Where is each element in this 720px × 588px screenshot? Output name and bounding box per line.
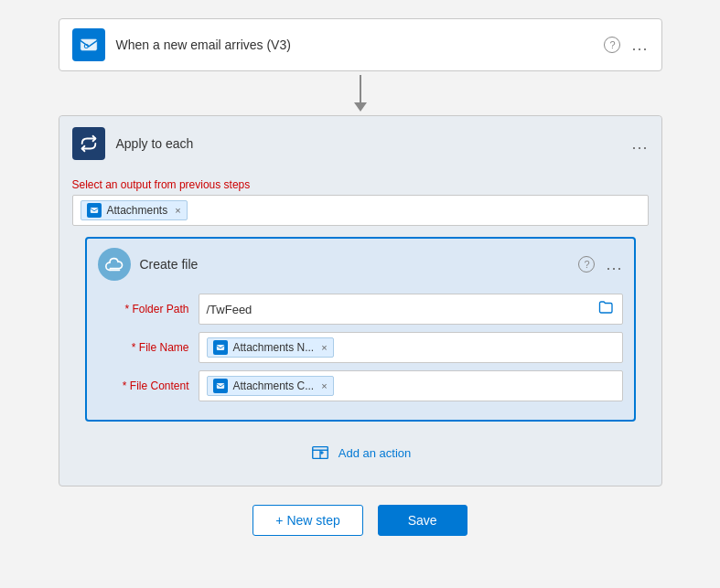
add-action-section: Add an action [72, 425, 649, 471]
folder-path-input[interactable]: /TwFeed [199, 294, 623, 325]
file-name-token-label: Attachments N... [233, 341, 315, 354]
save-button[interactable]: Save [378, 505, 467, 536]
loop-title: Apply to each [116, 136, 632, 151]
add-action-label: Add an action [339, 446, 412, 460]
onedrive-icon [98, 248, 131, 281]
svg-rect-5 [216, 383, 223, 389]
trigger-actions: ? ... [604, 37, 648, 53]
new-step-button[interactable]: + New step [253, 505, 362, 536]
file-name-row: File Name Attachments N... [98, 332, 623, 363]
action-more-button[interactable]: ... [606, 256, 622, 273]
loop-card: Apply to each ... Select an output from … [59, 115, 662, 486]
add-action-icon [309, 442, 331, 464]
arrow-line [360, 75, 361, 102]
attachments-token: Attachments × [81, 200, 188, 220]
action-card-actions: ? ... [578, 256, 622, 273]
attachments-token-close[interactable]: × [175, 205, 180, 216]
file-content-token-icon [213, 379, 228, 393]
file-content-label: File Content [98, 380, 189, 392]
svg-rect-3 [90, 208, 97, 213]
folder-path-label: Folder Path [98, 303, 189, 315]
attachments-token-label: Attachments [107, 204, 168, 217]
action-title: Create file [140, 257, 579, 272]
file-content-token-label: Attachments C... [233, 380, 315, 392]
file-content-token-close[interactable]: × [321, 380, 327, 391]
action-help-icon[interactable]: ? [578, 256, 595, 273]
file-name-token: Attachments N... × [207, 337, 334, 358]
bottom-actions: + New step Save [253, 505, 467, 536]
action-body: Folder Path /TwFeed [87, 290, 634, 420]
trigger-more-button[interactable]: ... [631, 37, 648, 53]
loop-header: Apply to each ... [59, 116, 661, 171]
add-action-button[interactable]: Add an action [309, 442, 412, 464]
arrow-head [354, 102, 367, 112]
folder-path-row: Folder Path /TwFeed [98, 294, 623, 325]
file-name-input[interactable]: Attachments N... × [199, 332, 623, 363]
folder-browse-button[interactable] [598, 299, 615, 319]
file-content-row: File Content Attachments C... [98, 370, 623, 401]
svg-text:O: O [83, 42, 89, 50]
trigger-title: When a new email arrives (V3) [116, 37, 605, 52]
file-content-token: Attachments C... × [207, 376, 334, 396]
outlook-token-icon [87, 203, 102, 218]
select-output-input[interactable]: Attachments × [72, 195, 649, 226]
flow-container: O When a new email arrives (V3) ? ... [37, 18, 683, 536]
trigger-card: O When a new email arrives (V3) ? ... [59, 18, 662, 71]
svg-rect-4 [216, 345, 223, 350]
loop-more-button[interactable]: ... [631, 135, 648, 152]
folder-path-value: /TwFeed [207, 303, 253, 316]
file-name-label: File Name [98, 341, 189, 354]
file-name-token-close[interactable]: × [321, 342, 327, 353]
loop-body: Select an output from previous steps Att… [59, 178, 661, 471]
file-content-input[interactable]: Attachments C... × [199, 370, 623, 401]
outlook-icon: O [72, 28, 105, 61]
file-name-token-icon [213, 340, 228, 355]
action-header: Create file ? ... [87, 239, 634, 290]
select-output-label: Select an output from previous steps [72, 178, 649, 191]
loop-actions: ... [631, 135, 648, 152]
trigger-help-icon[interactable]: ? [604, 37, 620, 53]
action-card: Create file ? ... Folder Path /TwFeed [85, 237, 636, 422]
arrow-connector [354, 75, 367, 112]
loop-icon [72, 127, 105, 160]
